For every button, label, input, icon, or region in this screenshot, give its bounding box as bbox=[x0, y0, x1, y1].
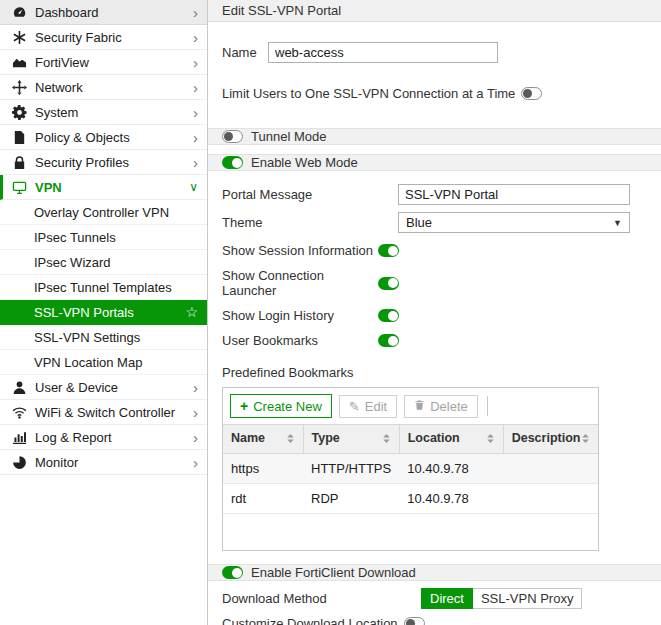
sidebar-subitem-label: Overlay Controller VPN bbox=[34, 205, 169, 220]
col-header-name[interactable]: Name bbox=[223, 425, 303, 454]
col-header-type[interactable]: Type bbox=[303, 425, 399, 454]
web-mode-section: Enable Web Mode bbox=[208, 154, 661, 171]
sidebar-item-label: Dashboard bbox=[35, 5, 99, 20]
delete-button[interactable]: Delete bbox=[404, 395, 478, 418]
forticlient-toggle[interactable] bbox=[222, 566, 243, 579]
lock-icon bbox=[10, 155, 29, 170]
predefined-bookmarks-label: Predefined Bookmarks bbox=[222, 365, 354, 380]
table-row[interactable]: https HTTP/HTTPS 10.40.9.78 bbox=[223, 454, 598, 484]
chevron-right-icon: › bbox=[193, 155, 198, 170]
network-icon bbox=[10, 80, 29, 95]
sidebar-item-vpn[interactable]: VPN ∨ bbox=[0, 175, 207, 200]
monitor-display-icon bbox=[10, 180, 29, 195]
chevron-right-icon: › bbox=[193, 5, 198, 20]
sidebar-item-ipsec-tunnel-templates[interactable]: IPsec Tunnel Templates bbox=[0, 275, 207, 300]
favorite-star-icon[interactable]: ☆ bbox=[185, 304, 198, 320]
sidebar-item-label: Security Profiles bbox=[35, 155, 129, 170]
bookmarks-table-container: + Create New ✎ Edit Delete bbox=[222, 387, 599, 551]
show-session-row: Show Session Information bbox=[208, 243, 661, 258]
table-empty-area bbox=[223, 514, 598, 550]
sidebar-item-ipsec-wizard[interactable]: IPsec Wizard bbox=[0, 250, 207, 275]
pencil-icon: ✎ bbox=[349, 399, 360, 414]
show-login-history-toggle[interactable] bbox=[378, 309, 399, 322]
sidebar-item-security-profiles[interactable]: Security Profiles › bbox=[0, 150, 207, 175]
limit-users-label: Limit Users to One SSL-VPN Connection at… bbox=[222, 86, 515, 101]
sidebar-subitem-label: IPsec Wizard bbox=[34, 255, 111, 270]
sidebar-item-fortiview[interactable]: FortiView › bbox=[0, 50, 207, 75]
col-header-description[interactable]: Description bbox=[503, 425, 598, 454]
sidebar-item-system[interactable]: System › bbox=[0, 100, 207, 125]
portal-message-row: Portal Message bbox=[208, 184, 661, 205]
web-mode-toggle[interactable] bbox=[222, 156, 243, 169]
edit-button[interactable]: ✎ Edit bbox=[339, 395, 397, 418]
sidebar-item-policy-objects[interactable]: Policy & Objects › bbox=[0, 125, 207, 150]
theme-select[interactable]: Blue ▼ bbox=[398, 212, 630, 233]
theme-selected-value: Blue bbox=[406, 215, 432, 230]
sidebar-item-label: Network bbox=[35, 80, 83, 95]
sidebar-item-label: Log & Report bbox=[35, 430, 112, 445]
gear-icon bbox=[10, 105, 29, 120]
portal-message-label: Portal Message bbox=[222, 187, 398, 202]
sidebar-subitem-label: SSL-VPN Portals bbox=[34, 305, 134, 320]
sidebar-item-vpn-location-map[interactable]: VPN Location Map bbox=[0, 350, 207, 375]
name-input[interactable] bbox=[268, 42, 498, 63]
chevron-right-icon: › bbox=[193, 80, 198, 95]
chevron-right-icon: › bbox=[193, 130, 198, 145]
show-connection-row: Show Connection Launcher bbox=[208, 268, 661, 298]
tunnel-mode-section: Tunnel Mode bbox=[208, 128, 661, 145]
download-method-label: Download Method bbox=[222, 591, 421, 606]
plus-icon: + bbox=[240, 398, 248, 414]
download-method-segmented: Direct SSL-VPN Proxy bbox=[421, 588, 582, 609]
show-connection-label: Show Connection Launcher bbox=[222, 268, 378, 298]
table-row[interactable]: rdt RDP 10.40.9.78 bbox=[223, 484, 598, 514]
sort-icon[interactable] bbox=[486, 433, 495, 447]
page-title: Edit SSL-VPN Portal bbox=[208, 0, 661, 22]
sidebar-item-log-report[interactable]: Log & Report › bbox=[0, 425, 207, 450]
chevron-right-icon: › bbox=[193, 455, 198, 470]
ssl-vpn-proxy-option-button[interactable]: SSL-VPN Proxy bbox=[473, 588, 582, 609]
sidebar-item-ssl-vpn-settings[interactable]: SSL-VPN Settings bbox=[0, 325, 207, 350]
sidebar-item-ssl-vpn-portals[interactable]: SSL-VPN Portals ☆ bbox=[0, 300, 207, 325]
forticlient-label: Enable FortiClient Download bbox=[251, 565, 416, 580]
sidebar-item-label: VPN bbox=[35, 180, 62, 195]
trash-icon bbox=[414, 399, 425, 414]
sidebar-item-monitor[interactable]: Monitor › bbox=[0, 450, 207, 475]
show-session-toggle[interactable] bbox=[378, 244, 399, 257]
sort-icon[interactable] bbox=[286, 433, 295, 447]
fortiview-icon bbox=[10, 55, 29, 70]
user-bookmarks-row: User Bookmarks bbox=[208, 333, 661, 348]
direct-option-button[interactable]: Direct bbox=[421, 588, 473, 609]
forticlient-section: Enable FortiClient Download bbox=[208, 564, 661, 581]
sidebar-item-network[interactable]: Network › bbox=[0, 75, 207, 100]
sidebar-item-dashboard[interactable]: Dashboard › bbox=[0, 0, 207, 25]
col-header-location[interactable]: Location bbox=[399, 425, 503, 454]
theme-row: Theme Blue ▼ bbox=[208, 212, 661, 233]
sidebar-item-user-device[interactable]: User & Device › bbox=[0, 375, 207, 400]
name-label: Name bbox=[222, 45, 268, 60]
limit-users-toggle[interactable] bbox=[521, 87, 542, 100]
customize-location-toggle[interactable] bbox=[404, 617, 425, 625]
show-connection-toggle[interactable] bbox=[378, 277, 399, 290]
sidebar-item-label: FortiView bbox=[35, 55, 89, 70]
chevron-right-icon: › bbox=[193, 430, 198, 445]
bookmarks-table: Name Type Location Description bbox=[223, 424, 598, 514]
show-login-history-row: Show Login History bbox=[208, 308, 661, 323]
sidebar-item-overlay-controller-vpn[interactable]: Overlay Controller VPN bbox=[0, 200, 207, 225]
sort-icon[interactable] bbox=[382, 433, 391, 447]
sidebar-item-security-fabric[interactable]: Security Fabric › bbox=[0, 25, 207, 50]
user-icon bbox=[10, 380, 29, 395]
dashboard-icon bbox=[10, 5, 29, 20]
limit-users-row: Limit Users to One SSL-VPN Connection at… bbox=[208, 86, 661, 101]
theme-label: Theme bbox=[222, 215, 398, 230]
toolbar-divider bbox=[487, 396, 488, 416]
user-bookmarks-toggle[interactable] bbox=[378, 334, 399, 347]
sidebar-item-ipsec-tunnels[interactable]: IPsec Tunnels bbox=[0, 225, 207, 250]
sort-icon[interactable] bbox=[581, 433, 590, 447]
sidebar-subitem-label: VPN Location Map bbox=[34, 355, 142, 370]
create-new-button[interactable]: + Create New bbox=[230, 394, 332, 418]
tunnel-mode-toggle[interactable] bbox=[222, 130, 243, 143]
customize-location-label: Customize Download Location bbox=[222, 616, 398, 625]
chevron-right-icon: › bbox=[193, 105, 198, 120]
portal-message-input[interactable] bbox=[398, 184, 630, 205]
sidebar-item-wifi-switch-controller[interactable]: WiFi & Switch Controller › bbox=[0, 400, 207, 425]
